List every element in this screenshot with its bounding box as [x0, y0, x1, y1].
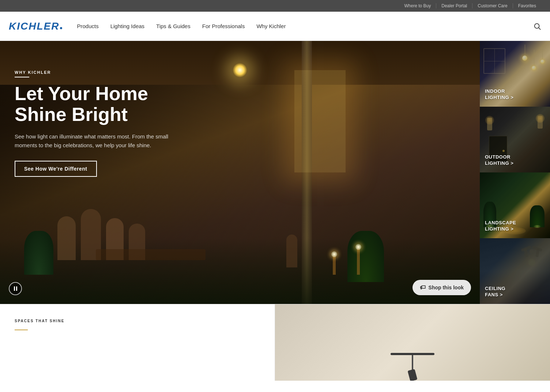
light-globe-2 — [355, 244, 361, 250]
plant-right — [347, 231, 384, 282]
hero-title: Let Your Home Shine Bright — [15, 83, 190, 125]
outdoor-panel-label: OUTDOOR LIGHTING > — [485, 154, 513, 167]
nav-for-professionals[interactable]: For Professionals — [202, 20, 245, 32]
person-1 — [57, 216, 76, 260]
ceiling-light — [233, 63, 247, 77]
main-nav: KICHLER Products Lighting Ideas Tips & G… — [0, 12, 550, 41]
table — [96, 249, 206, 260]
nav-links: Products Lighting Ideas Tips & Guides Fo… — [77, 20, 533, 32]
svg-point-0 — [535, 23, 539, 28]
outdoor-lighting-panel[interactable]: OUTDOOR LIGHTING > — [480, 107, 550, 172]
plant-left — [24, 231, 53, 275]
hero-cta-button[interactable]: See How We're Different — [15, 161, 97, 177]
where-to-buy-link[interactable]: Where to Buy — [399, 3, 437, 8]
landscape-panel-label: LANDSCAPE LIGHTING > — [485, 220, 516, 232]
nav-why-kichler[interactable]: Why Kichler — [256, 20, 286, 32]
pause-button[interactable] — [9, 282, 22, 295]
landscape-lighting-panel[interactable]: LANDSCAPE LIGHTING > — [480, 172, 550, 238]
tag-icon: 🏷 — [420, 284, 426, 291]
bottom-left: SPACES THAT SHINE — [0, 304, 275, 381]
hero-label-line — [15, 77, 29, 77]
window-glow — [294, 70, 346, 172]
favorites-link[interactable]: Favorites — [513, 3, 541, 8]
hero-subtitle: See how light can illuminate what matter… — [15, 132, 190, 150]
shop-look-label: Shop this look — [429, 285, 464, 290]
bottom-section: SPACES THAT SHINE — [0, 304, 550, 381]
nav-lighting-ideas[interactable]: Lighting Ideas — [110, 20, 144, 32]
pause-icon — [14, 286, 17, 291]
utility-bar: Where to Buy Dealer Portal Customer Care… — [0, 0, 550, 12]
search-button[interactable] — [533, 22, 541, 30]
ceiling-panel-label: CEILING FANS > — [485, 286, 505, 298]
bottom-right — [275, 304, 550, 381]
dealer-portal-link[interactable]: Dealer Portal — [436, 3, 472, 8]
bottom-preview — [275, 304, 550, 381]
child-figure — [286, 235, 297, 267]
hero-section: WHY KICHLER Let Your Home Shine Bright S… — [0, 41, 550, 304]
logo-dot — [60, 27, 62, 29]
nav-products[interactable]: Products — [77, 20, 98, 32]
logo[interactable]: KICHLER — [9, 20, 62, 32]
shop-look-button[interactable]: 🏷 Shop this look — [412, 280, 471, 295]
path-light-2 — [357, 246, 360, 275]
nav-tips-guides[interactable]: Tips & Guides — [156, 20, 191, 32]
hero-label: WHY KICHLER — [15, 70, 190, 77]
hero-main: WHY KICHLER Let Your Home Shine Bright S… — [0, 41, 480, 304]
indoor-panel-label: INDOOR LIGHTING > — [485, 88, 513, 101]
track-light-preview — [391, 353, 434, 381]
search-icon — [533, 22, 541, 30]
pause-bar-left — [14, 286, 15, 291]
path-light-1 — [333, 253, 336, 275]
indoor-lighting-panel[interactable]: INDOOR LIGHTING > — [480, 41, 550, 107]
hero-sidebar: INDOOR LIGHTING > OUTDOOR LIGHTING > — [480, 41, 550, 304]
customer-care-link[interactable]: Customer Care — [472, 3, 513, 8]
hero-content: WHY KICHLER Let Your Home Shine Bright S… — [15, 70, 190, 177]
section-label: SPACES THAT SHINE — [15, 319, 260, 323]
logo-text: KICHLER — [9, 20, 59, 32]
pause-bar-right — [16, 286, 17, 291]
svg-line-1 — [539, 28, 540, 30]
ceiling-fans-panel[interactable]: CEILING FANS > — [480, 238, 550, 304]
section-label-line — [15, 330, 28, 330]
